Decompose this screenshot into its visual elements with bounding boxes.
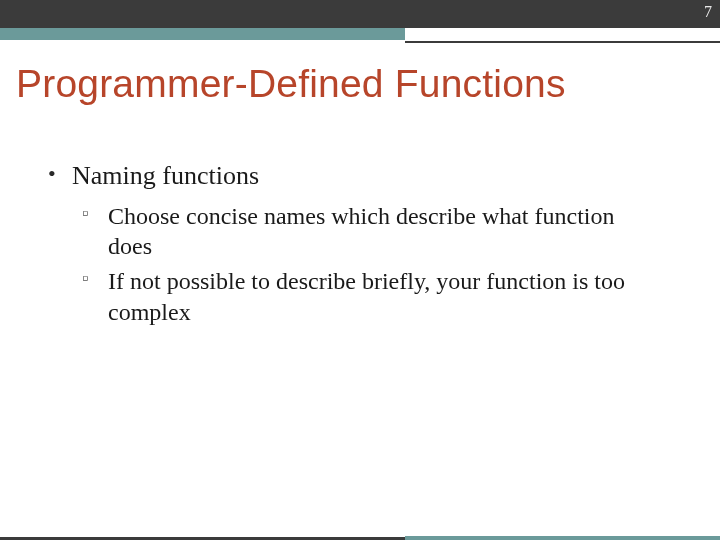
page-title: Programmer-Defined Functions <box>16 62 566 106</box>
bottom-teal-strip <box>405 536 720 540</box>
content-area: Naming functions Choose concise names wh… <box>44 160 680 331</box>
bottom-accent <box>0 534 720 540</box>
thin-line <box>405 41 720 43</box>
slide-number: 7 <box>704 3 712 21</box>
bullet-level2: If not possible to describe briefly, you… <box>80 266 640 327</box>
bullet-level2: Choose concise names which describe what… <box>80 201 640 262</box>
teal-strip <box>0 28 405 40</box>
top-band: 7 <box>0 0 720 28</box>
bullet-level1: Naming functions <box>44 160 680 193</box>
